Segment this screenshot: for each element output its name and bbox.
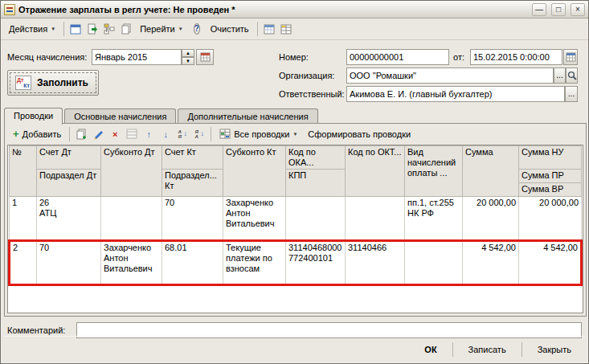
add-row-button[interactable]: + Добавить: [8, 125, 66, 143]
cell-num[interactable]: 1: [10, 197, 37, 241]
table-view-button[interactable]: [278, 20, 294, 38]
toolbar-post-button[interactable]: [84, 20, 100, 38]
col-header-debit-account[interactable]: Счет Дт: [37, 146, 101, 170]
cell-amount-nu[interactable]: 4 542,00: [519, 241, 582, 285]
cell-debit-account[interactable]: 26 АТЦ: [37, 197, 101, 241]
ok-button[interactable]: ОК: [414, 342, 447, 358]
postings-filter-icon: [219, 129, 231, 139]
dropdown-caret-icon: ▼: [178, 27, 183, 31]
sort-desc-button[interactable]: ЯА ↓: [191, 125, 207, 143]
toolbar-structure-button[interactable]: [101, 20, 117, 38]
cell-credit-subconto[interactable]: Захарченко Антон Витальевич: [223, 197, 286, 241]
cell-debit-account[interactable]: 70: [37, 241, 101, 285]
generate-postings-button[interactable]: Сформировать проводки: [303, 125, 415, 143]
date-calendar-button[interactable]: [563, 49, 578, 65]
cell-amount[interactable]: 20 000,00: [463, 197, 519, 241]
cell-amount[interactable]: 4 542,00: [463, 241, 519, 285]
col-header-amount-vr[interactable]: Сумма ВР: [519, 183, 582, 197]
hierarchy-button[interactable]: [124, 125, 140, 143]
tab-additional-accruals[interactable]: Дополнительные начисления: [178, 108, 317, 124]
fill-button[interactable]: Дт Кт Заполнить: [7, 70, 99, 96]
tab-postings[interactable]: Проводки: [4, 108, 63, 125]
dtkt-icon: Дт Кт: [15, 76, 31, 90]
actions-button[interactable]: Действия ▼: [4, 20, 60, 38]
toolbar-copy-button[interactable]: [118, 20, 134, 38]
toolbar-form-button[interactable]: [67, 20, 84, 38]
col-header-credit-account[interactable]: Счет Кт: [162, 146, 223, 170]
col-header-amount-nu[interactable]: Сумма НУ: [519, 146, 582, 170]
cell-okato[interactable]: 31140468000 772400101: [286, 241, 346, 285]
move-up-button[interactable]: ↑: [141, 125, 157, 143]
clear-button[interactable]: Очистить: [206, 20, 254, 38]
edit-row-button[interactable]: [90, 125, 106, 143]
calendar-icon: [200, 52, 211, 62]
close-window-button[interactable]: Закрыть: [527, 342, 582, 358]
document-icon: [4, 4, 15, 15]
cell-accrual-type[interactable]: пп.1, ст.255 НК РФ: [405, 197, 463, 241]
responsible-input[interactable]: [346, 86, 565, 102]
sort-asc-button[interactable]: АЯ ↓: [174, 125, 190, 143]
list-settings-button[interactable]: [261, 20, 277, 38]
month-input[interactable]: [92, 49, 182, 65]
maximize-button[interactable]: □: [551, 3, 566, 16]
list-settings-icon: [264, 24, 275, 35]
cell-oktmo[interactable]: 31140466: [346, 241, 405, 285]
save-button[interactable]: Записать: [458, 342, 517, 358]
cell-credit-account[interactable]: 70: [162, 197, 223, 241]
date-input[interactable]: [470, 49, 562, 65]
tab-strip: Проводки Основные начисления Дополнитель…: [4, 106, 320, 124]
cell-oktmo[interactable]: [346, 197, 405, 241]
spin-down-icon[interactable]: ▼: [182, 57, 194, 65]
date-label: от:: [453, 52, 464, 62]
col-header-num[interactable]: №: [10, 146, 37, 197]
window: Отражение зарплаты в регл учете: Не пров…: [0, 0, 589, 364]
col-header-accrual-type[interactable]: Вид начислений оплаты ...: [405, 146, 463, 197]
tab-main-accruals[interactable]: Основные начисления: [64, 108, 176, 124]
cell-accrual-type[interactable]: [405, 241, 463, 285]
cell-num[interactable]: 2: [10, 241, 37, 285]
col-header-credit-subconto[interactable]: Субконто Кт: [223, 146, 286, 197]
copy-icon: [121, 23, 132, 35]
month-spinner: ▲ ▼: [182, 49, 194, 65]
cell-amount-nu[interactable]: 20 000,00: [519, 197, 582, 241]
cell-debit-subconto[interactable]: [101, 197, 162, 241]
number-label: Номер:: [279, 52, 309, 62]
col-header-debit-subdivision[interactable]: Подраздел Дт: [37, 170, 101, 197]
col-header-credit-subdivision[interactable]: Подраздел... Кт: [162, 170, 223, 197]
cell-credit-account[interactable]: 68.01: [162, 241, 223, 285]
title-bar: Отражение зарплаты в регл учете: Не пров…: [1, 1, 588, 18]
separator: [63, 22, 64, 36]
col-header-amount[interactable]: Сумма: [463, 146, 519, 197]
close-button[interactable]: ×: [571, 3, 585, 16]
help-button[interactable]: ?: [189, 20, 205, 38]
cell-okato[interactable]: [286, 197, 346, 241]
delete-icon: ×: [112, 130, 117, 138]
organization-input[interactable]: [346, 67, 554, 84]
minimize-button[interactable]: —: [532, 3, 546, 16]
table-row[interactable]: 1 26 АТЦ 70 Захарченко Антон Витальевич: [10, 197, 582, 241]
sort-desc-icon: ЯА ↓: [195, 129, 204, 139]
goto-button[interactable]: Перейти ▼: [135, 20, 188, 38]
delete-row-button[interactable]: ×: [107, 125, 123, 143]
organization-open-button[interactable]: [566, 67, 578, 84]
col-header-oktmo[interactable]: Код по ОКТ...: [346, 146, 405, 197]
arrow-down-icon: ↓: [163, 130, 168, 138]
spin-up-icon[interactable]: ▲: [182, 49, 194, 57]
postings-table-area: № Счет Дт Субконто Дт Счет Кт Субконто К…: [7, 145, 583, 313]
organization-choose-button[interactable]: ...: [554, 67, 566, 84]
month-picker-button[interactable]: [196, 49, 214, 65]
copy-row-button[interactable]: [73, 125, 89, 143]
col-header-debit-subconto[interactable]: Субконто Дт: [101, 146, 162, 197]
move-down-button[interactable]: ↓: [157, 125, 174, 143]
number-input[interactable]: [346, 49, 449, 65]
table-row-highlighted[interactable]: 2 70 Захарченко Антон Витальевич 68.01 Т…: [10, 241, 582, 285]
col-header-okato[interactable]: Код по ОКА...: [286, 146, 346, 170]
col-header-amount-pr[interactable]: Сумма ПР: [519, 170, 582, 183]
month-label: Месяц начисления:: [7, 52, 87, 62]
col-header-kpp[interactable]: КПП: [286, 170, 346, 197]
all-postings-button[interactable]: Все проводки ▼: [215, 125, 302, 143]
cell-credit-subconto[interactable]: Текущие платежи по взносам: [223, 241, 286, 285]
cell-debit-subconto[interactable]: Захарченко Антон Витальевич: [101, 241, 162, 285]
structure-icon: [104, 23, 115, 35]
responsible-choose-button[interactable]: ...: [565, 86, 578, 102]
